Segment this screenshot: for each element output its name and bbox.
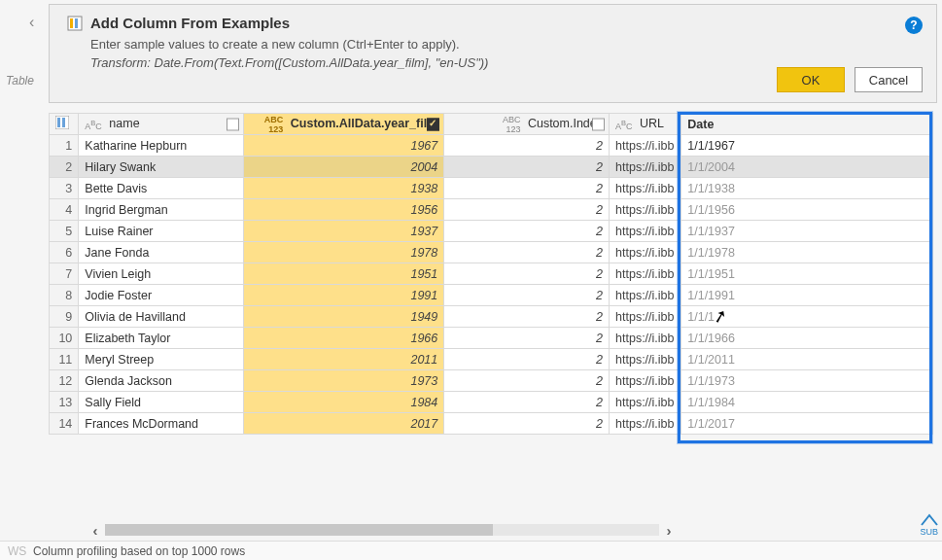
cell-name[interactable]: Glenda Jackson xyxy=(79,370,244,392)
cell-name[interactable]: Olivia de Havilland xyxy=(79,306,244,328)
cell-year[interactable]: 2011 xyxy=(244,349,444,370)
cell-index[interactable]: 2 xyxy=(444,370,610,392)
column-header-name[interactable]: ABC name xyxy=(79,114,244,135)
table-row[interactable]: 2Hilary Swank20042https://i.ibb1/1/2004 xyxy=(50,157,933,178)
cell-year[interactable]: 1966 xyxy=(244,328,444,349)
cell-date-example[interactable]: 1/1/1984 xyxy=(681,392,933,413)
back-chevron-icon[interactable]: ‹ xyxy=(29,14,34,31)
table-row[interactable]: 6Jane Fonda19782https://i.ibb1/1/1978 xyxy=(50,242,933,263)
table-row[interactable]: 13Sally Field19842https://i.ibb1/1/1984 xyxy=(50,392,933,413)
cell-date-example[interactable]: 1/1/1 xyxy=(681,306,933,328)
cell-year[interactable]: 1967 xyxy=(244,135,444,157)
cell-name[interactable]: Jodie Foster xyxy=(79,285,244,306)
cell-year[interactable]: 1973 xyxy=(244,370,444,392)
cell-year[interactable]: 1956 xyxy=(244,199,444,221)
ok-button[interactable]: OK xyxy=(777,67,845,92)
cell-year[interactable]: 1949 xyxy=(244,306,444,328)
cell-index[interactable]: 2 xyxy=(444,392,610,413)
cell-url[interactable]: https://i.ibb xyxy=(610,263,681,285)
cell-name[interactable]: Katharine Hepburn xyxy=(79,135,244,157)
cell-name[interactable]: Hilary Swank xyxy=(79,157,244,178)
cell-date-example[interactable]: 1/1/1973 xyxy=(681,370,933,392)
cell-index[interactable]: 2 xyxy=(444,242,610,263)
scroll-thumb[interactable] xyxy=(105,524,493,536)
column-select-checkbox-checked[interactable] xyxy=(427,118,439,130)
cell-year[interactable]: 2004 xyxy=(244,157,444,178)
cell-url[interactable]: https://i.ibb xyxy=(610,157,681,178)
cell-index[interactable]: 2 xyxy=(444,328,610,349)
column-header-date-new[interactable]: Date xyxy=(681,114,933,135)
column-header-custom-index[interactable]: ABC123 Custom.Index xyxy=(444,114,610,135)
cell-date-example[interactable]: 1/1/2004 xyxy=(681,157,933,178)
table-row[interactable]: 12Glenda Jackson19732https://i.ibb1/1/19… xyxy=(50,370,933,392)
cell-index[interactable]: 2 xyxy=(444,306,610,328)
column-select-checkbox[interactable] xyxy=(227,118,239,130)
cell-index[interactable]: 2 xyxy=(444,221,610,242)
submit-icon[interactable]: SUB xyxy=(920,512,938,537)
cell-date-example[interactable]: 1/1/1991 xyxy=(681,285,933,306)
cell-date-example[interactable]: 1/1/1951 xyxy=(681,263,933,285)
cell-url[interactable]: https://i.ibb xyxy=(610,285,681,306)
cell-index[interactable]: 2 xyxy=(444,157,610,178)
table-row[interactable]: 1Katharine Hepburn19672https://i.ibb1/1/… xyxy=(50,135,933,157)
horizontal-scrollbar[interactable]: ‹ › xyxy=(86,521,679,539)
column-header-url[interactable]: ABC URL xyxy=(610,114,681,135)
cell-url[interactable]: https://i.ibb xyxy=(610,392,681,413)
cell-url[interactable]: https://i.ibb xyxy=(610,221,681,242)
cell-url[interactable]: https://i.ibb xyxy=(610,413,681,435)
table-row[interactable]: 5Luise Rainer19372https://i.ibb1/1/1937 xyxy=(50,221,933,242)
cell-date-example[interactable]: 1/1/2011 xyxy=(681,349,933,370)
table-row[interactable]: 10Elizabeth Taylor19662https://i.ibb1/1/… xyxy=(50,328,933,349)
cell-name[interactable]: Luise Rainer xyxy=(79,221,244,242)
cell-name[interactable]: Vivien Leigh xyxy=(79,263,244,285)
cell-index[interactable]: 2 xyxy=(444,413,610,435)
scroll-track[interactable] xyxy=(105,524,659,536)
table-row[interactable]: 4Ingrid Bergman19562https://i.ibb1/1/195… xyxy=(50,199,933,221)
table-row[interactable]: 14Frances McDormand20172https://i.ibb1/1… xyxy=(50,413,933,435)
cell-url[interactable]: https://i.ibb xyxy=(610,199,681,221)
cell-date-example[interactable]: 1/1/1967 xyxy=(681,135,933,157)
cell-index[interactable]: 2 xyxy=(444,178,610,199)
help-icon[interactable]: ? xyxy=(905,17,923,34)
scroll-left-icon[interactable]: ‹ xyxy=(86,522,105,539)
cell-index[interactable]: 2 xyxy=(444,263,610,285)
cell-date-example[interactable]: 1/1/1966 xyxy=(681,328,933,349)
cell-index[interactable]: 2 xyxy=(444,285,610,306)
cell-url[interactable]: https://i.ibb xyxy=(610,370,681,392)
cell-index[interactable]: 2 xyxy=(444,199,610,221)
table-corner-icon[interactable] xyxy=(50,114,79,135)
cell-name[interactable]: Bette Davis xyxy=(79,178,244,199)
cell-name[interactable]: Ingrid Bergman xyxy=(79,199,244,221)
cell-name[interactable]: Frances McDormand xyxy=(79,413,244,435)
cell-date-example[interactable]: 1/1/1938 xyxy=(681,178,933,199)
cell-url[interactable]: https://i.ibb xyxy=(610,178,681,199)
table-row[interactable]: 9Olivia de Havilland19492https://i.ibb1/… xyxy=(50,306,933,328)
cell-url[interactable]: https://i.ibb xyxy=(610,328,681,349)
cell-date-example[interactable]: 1/1/1978 xyxy=(681,242,933,263)
column-select-checkbox[interactable] xyxy=(592,118,605,130)
cell-name[interactable]: Meryl Streep xyxy=(79,349,244,370)
cell-year[interactable]: 1938 xyxy=(244,178,444,199)
table-row[interactable]: 7Vivien Leigh19512https://i.ibb1/1/1951 xyxy=(50,263,933,285)
cell-date-example[interactable]: 1/1/2017 xyxy=(681,413,933,435)
cell-year[interactable]: 1991 xyxy=(244,285,444,306)
cell-index[interactable]: 2 xyxy=(444,349,610,370)
cell-name[interactable]: Elizabeth Taylor xyxy=(79,328,244,349)
cell-name[interactable]: Sally Field xyxy=(79,392,244,413)
cell-year[interactable]: 1937 xyxy=(244,221,444,242)
scroll-right-icon[interactable]: › xyxy=(659,522,679,539)
column-header-year-film[interactable]: ABC123 Custom.AllData.year_film xyxy=(244,114,444,135)
cell-url[interactable]: https://i.ibb xyxy=(610,135,681,157)
cell-year[interactable]: 2017 xyxy=(244,413,444,435)
cell-name[interactable]: Jane Fonda xyxy=(79,242,244,263)
cell-date-example[interactable]: 1/1/1956 xyxy=(681,199,933,221)
table-row[interactable]: 11Meryl Streep20112https://i.ibb1/1/2011 xyxy=(50,349,933,370)
cancel-button[interactable]: Cancel xyxy=(855,67,923,92)
cell-date-example[interactable]: 1/1/1937 xyxy=(681,221,933,242)
cell-year[interactable]: 1951 xyxy=(244,263,444,285)
cell-url[interactable]: https://i.ibb xyxy=(610,242,681,263)
table-row[interactable]: 3Bette Davis19382https://i.ibb1/1/1938 xyxy=(50,178,933,199)
cell-year[interactable]: 1984 xyxy=(244,392,444,413)
cell-year[interactable]: 1978 xyxy=(244,242,444,263)
table-row[interactable]: 8Jodie Foster19912https://i.ibb1/1/1991 xyxy=(50,285,933,306)
